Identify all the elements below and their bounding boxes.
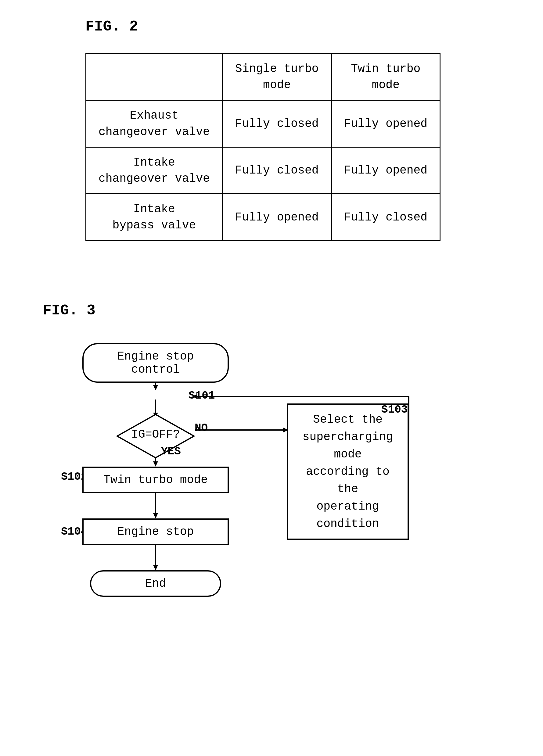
- yes-label: YES: [161, 445, 181, 458]
- fig2-label: FIG. 2: [85, 18, 519, 35]
- svg-marker-11: [153, 461, 158, 467]
- exhaust-twin: Fully opened: [331, 100, 440, 147]
- row-label-exhaust: Exhaustchangeover valve: [86, 100, 223, 147]
- svg-marker-15: [153, 565, 158, 570]
- intake-changeover-twin: Fully opened: [331, 147, 440, 194]
- row-label-intake-bypass: Intakebypass valve: [86, 194, 223, 241]
- twin-turbo-node: Twin turbo mode: [82, 467, 229, 493]
- decision-node: IG=OFF?: [116, 413, 195, 456]
- row-label-intake-changeover: Intakechangeover valve: [86, 147, 223, 194]
- valve-table: Single turbomode Twin turbomode Exhaustc…: [85, 53, 441, 241]
- s101-label: S101: [188, 389, 215, 402]
- flowchart: Engine stop control S101 IG=OFF? NO YES …: [43, 337, 470, 672]
- table-header-empty: [86, 54, 223, 100]
- svg-marker-13: [153, 513, 158, 518]
- exhaust-single: Fully closed: [222, 100, 331, 147]
- intake-bypass-twin: Fully closed: [331, 194, 440, 241]
- table-row: Intakechangeover valve Fully closed Full…: [86, 147, 440, 194]
- table-header-twin-turbo: Twin turbomode: [331, 54, 440, 100]
- select-mode-node: Select the supercharging mode according …: [287, 403, 409, 540]
- table-header-single-turbo: Single turbomode: [222, 54, 331, 100]
- engine-stop-node: Engine stop: [82, 518, 229, 545]
- table-row: Exhaustchangeover valve Fully closed Ful…: [86, 100, 440, 147]
- fig3-label: FIG. 3: [43, 302, 519, 319]
- end-node: End: [90, 570, 221, 597]
- s103-label: S103: [381, 403, 408, 416]
- no-label: NO: [195, 422, 208, 434]
- svg-marker-1: [153, 385, 158, 390]
- intake-bypass-single: Fully opened: [222, 194, 331, 241]
- table-row: Intakebypass valve Fully opened Fully cl…: [86, 194, 440, 241]
- intake-changeover-single: Fully closed: [222, 147, 331, 194]
- start-node: Engine stop control: [82, 343, 229, 383]
